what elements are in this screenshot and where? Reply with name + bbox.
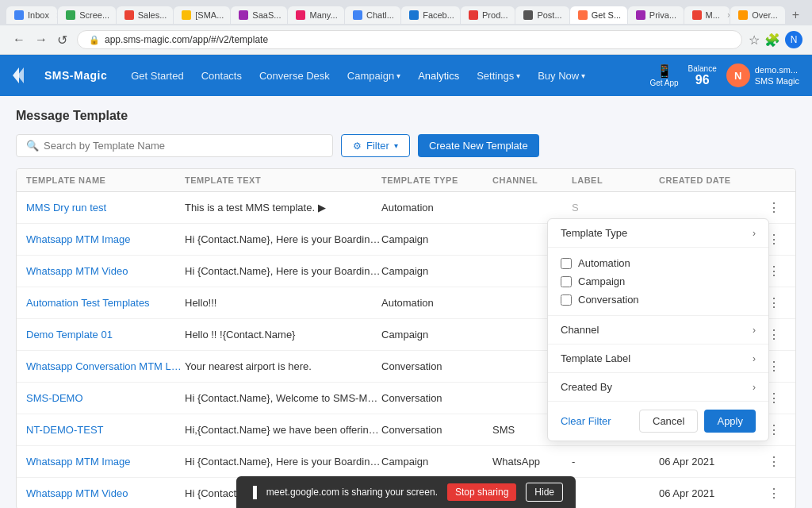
url-text: app.sms-magic.com/app/#/v2/template bbox=[105, 34, 268, 45]
template-text-cell: Hi {Contact.Name}, Here is your Boarding… bbox=[185, 456, 381, 468]
profile-button[interactable]: N bbox=[785, 31, 802, 48]
filter-option-conversation[interactable]: Conversation bbox=[561, 291, 756, 309]
template-type-cell: Campaign bbox=[381, 329, 492, 341]
filter-section-template-label[interactable]: Template Label › bbox=[548, 344, 768, 373]
mobile-icon: 📱 bbox=[657, 64, 672, 79]
col-header-name: TEMPLATE NAME bbox=[26, 175, 185, 185]
template-text-cell: Hi {Contact.Name}, Here is your Boarding… bbox=[185, 265, 381, 277]
col-header-text: TEMPLATE TEXT bbox=[185, 175, 381, 185]
template-text-cell: Hi {Contact.Name}, Here is your Boarding… bbox=[185, 233, 381, 245]
close-icon[interactable]: × bbox=[56, 11, 57, 20]
filter-apply-button[interactable]: Apply bbox=[704, 410, 756, 433]
forward-button[interactable]: → bbox=[32, 31, 51, 49]
tab-gets[interactable]: Get S... × bbox=[570, 6, 627, 24]
user-info: demo.sm... SMS Magic bbox=[755, 64, 799, 87]
extensions-button[interactable]: 🧩 bbox=[764, 31, 780, 48]
template-type-cell: Automation bbox=[381, 297, 492, 309]
url-bar[interactable]: 🔒 app.sms-magic.com/app/#/v2/template bbox=[77, 30, 742, 49]
filter-section-created-by[interactable]: Created By › bbox=[548, 373, 768, 402]
campaign-checkbox[interactable] bbox=[561, 276, 572, 287]
col-header-type: TEMPLATE TYPE bbox=[381, 175, 492, 185]
filter-action-buttons: Cancel Apply bbox=[639, 410, 756, 433]
user-avatar[interactable]: N demo.sm... SMS Magic bbox=[726, 64, 799, 87]
tab-sales[interactable]: Sales... × bbox=[117, 6, 174, 24]
chevron-down-icon: ▾ bbox=[394, 141, 398, 150]
nav-converse-desk[interactable]: Converse Desk bbox=[251, 65, 338, 87]
tab-saas[interactable]: SaaS... × bbox=[231, 6, 287, 24]
nav-campaign[interactable]: Campaign ▾ bbox=[339, 65, 408, 87]
template-text-cell: This is a test MMS template. ▶ bbox=[185, 202, 381, 214]
close-icon[interactable]: × bbox=[727, 11, 730, 20]
template-name-cell: Whatsapp MTM Image bbox=[26, 233, 185, 245]
chevron-right-icon: › bbox=[753, 325, 756, 336]
template-label-cell: S bbox=[572, 202, 659, 214]
nav-settings[interactable]: Settings ▾ bbox=[469, 65, 528, 87]
tab-over[interactable]: Over... × bbox=[730, 6, 784, 24]
row-more-button[interactable]: ⋮ bbox=[762, 200, 786, 215]
row-more-button[interactable]: ⋮ bbox=[762, 454, 786, 469]
chevron-down-icon: ▾ bbox=[581, 71, 585, 80]
search-input[interactable] bbox=[44, 140, 323, 152]
page-content: Message Template 🔍 ⚙ Filter ▾ Create New… bbox=[0, 96, 812, 508]
filter-option-campaign[interactable]: Campaign bbox=[561, 272, 756, 291]
tab-priv[interactable]: Priva... × bbox=[628, 6, 684, 24]
template-created-cell: 06 Apr 2021 bbox=[659, 456, 762, 468]
tab-chat[interactable]: Chatl... × bbox=[345, 6, 400, 24]
tabs-bar: Inbox × Scree... × Sales... × [SMA... × … bbox=[0, 0, 812, 25]
filter-button[interactable]: ⚙ Filter ▾ bbox=[341, 134, 410, 157]
page-title: Message Template bbox=[16, 109, 796, 123]
template-type-cell: Conversation bbox=[381, 424, 492, 436]
conversation-checkbox[interactable] bbox=[561, 294, 572, 306]
create-new-template-button[interactable]: Create New Template bbox=[418, 134, 539, 157]
get-app-button[interactable]: 📱 Get App bbox=[649, 64, 678, 87]
automation-label: Automation bbox=[578, 257, 630, 269]
template-type-cell: Automation bbox=[381, 202, 492, 214]
tab-face[interactable]: Faceb... × bbox=[401, 6, 460, 24]
chevron-down-icon: ▾ bbox=[396, 71, 400, 80]
col-header-channel: CHANNEL bbox=[492, 175, 572, 185]
template-name-cell: Automation Test Templates bbox=[26, 297, 185, 309]
template-created-cell: 06 Apr 2021 bbox=[659, 487, 762, 499]
hide-banner-button[interactable]: Hide bbox=[526, 483, 563, 502]
filter-section-channel[interactable]: Channel › bbox=[548, 316, 768, 344]
filter-actions: Clear Filter Cancel Apply bbox=[548, 402, 768, 441]
row-more-button[interactable]: ⋮ bbox=[762, 486, 786, 501]
tab-post[interactable]: Post... × bbox=[515, 6, 569, 24]
nav-get-started[interactable]: Get Started bbox=[123, 65, 191, 87]
nav-analytics[interactable]: Analytics bbox=[410, 65, 467, 87]
lock-icon: 🔒 bbox=[89, 35, 100, 45]
template-label-cell: - bbox=[572, 456, 659, 468]
tab-prod[interactable]: Prod... × bbox=[461, 6, 515, 24]
new-tab-button[interactable]: + bbox=[786, 5, 806, 25]
filter-cancel-button[interactable]: Cancel bbox=[639, 410, 698, 433]
search-icon: 🔍 bbox=[26, 140, 39, 152]
nav-contacts[interactable]: Contacts bbox=[193, 65, 250, 87]
logo: SMS-Magic bbox=[13, 67, 107, 83]
tab-mail[interactable]: M... × bbox=[684, 6, 730, 24]
reload-button[interactable]: ↺ bbox=[54, 31, 71, 49]
filter-section-template-type[interactable]: Template Type › bbox=[548, 219, 768, 248]
filter-dropdown: Template Type › Automation Campaign Conv… bbox=[547, 218, 769, 441]
table-header: TEMPLATE NAME TEMPLATE TEXT TEMPLATE TYP… bbox=[17, 169, 795, 192]
tab-inbox[interactable]: Inbox × bbox=[6, 6, 57, 24]
tab-screen[interactable]: Scree... × bbox=[58, 6, 115, 24]
template-text-cell: Your nearest airport is here. bbox=[185, 360, 381, 372]
automation-checkbox[interactable] bbox=[561, 258, 572, 269]
toolbar: 🔍 ⚙ Filter ▾ Create New Template bbox=[16, 134, 796, 157]
search-box: 🔍 bbox=[16, 134, 333, 157]
clear-filter-link[interactable]: Clear Filter bbox=[561, 415, 611, 427]
bookmark-button[interactable]: ☆ bbox=[749, 31, 760, 48]
back-button[interactable]: ← bbox=[10, 31, 29, 49]
template-type-cell: Campaign bbox=[381, 265, 492, 277]
nav-buy-now[interactable]: Buy Now ▾ bbox=[530, 65, 593, 87]
template-name-cell: Whatsapp Conversation MTM Location bbox=[26, 360, 185, 372]
tab-many[interactable]: Many... × bbox=[288, 6, 344, 24]
chevron-right-icon: › bbox=[753, 353, 756, 364]
template-name-cell: Whatsapp MTM Video bbox=[26, 265, 185, 277]
conversation-label: Conversation bbox=[578, 294, 639, 306]
stop-sharing-button[interactable]: Stop sharing bbox=[447, 483, 516, 501]
filter-option-automation[interactable]: Automation bbox=[561, 254, 756, 272]
tab-sma[interactable]: [SMA... × bbox=[174, 6, 230, 24]
header-right: 📱 Get App Balance 96 N demo.sm... SMS Ma… bbox=[649, 64, 799, 87]
screen-share-message: meet.google.com is sharing your screen. bbox=[266, 487, 438, 498]
